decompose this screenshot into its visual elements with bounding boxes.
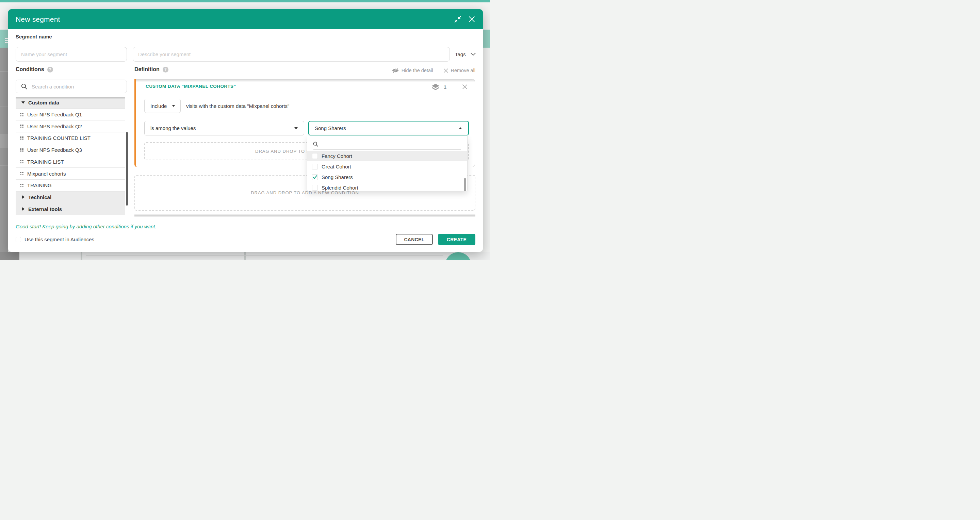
remove-condition-icon[interactable] (462, 84, 468, 89)
screen: { "colors": { "accent_teal": "#0a9c81", … (0, 0, 490, 260)
condition-group-custom-data[interactable]: Custom data (16, 97, 125, 109)
condition-item[interactable]: TRAINING COUNTED LIST (16, 132, 125, 144)
drag-handle-icon[interactable] (20, 137, 24, 140)
checkbox-unchecked-icon[interactable] (16, 237, 21, 242)
definition-heading: Definition (134, 66, 159, 73)
dropdown-scrollbar[interactable] (464, 178, 466, 191)
sidebar-divider (0, 165, 8, 166)
drag-handle-icon[interactable] (20, 113, 24, 116)
tags-label: Tags (455, 51, 466, 57)
caret-down-icon (294, 127, 298, 129)
dropdown-search-input[interactable] (322, 141, 459, 147)
condition-item[interactable]: User NPS Feedback Q1 (16, 109, 125, 121)
triangle-right-icon (21, 207, 25, 211)
dropdown-option[interactable]: Great Cohort (307, 161, 467, 172)
segment-description-input[interactable] (133, 47, 450, 62)
minimize-icon[interactable] (454, 16, 461, 23)
cancel-button[interactable]: CANCEL (396, 234, 433, 245)
drag-handle-icon[interactable] (20, 184, 24, 187)
condition-list: Custom data User NPS Feedback Q1 User NP… (16, 97, 125, 215)
layer-count: 1 (444, 84, 447, 90)
dropdown-search-box (313, 140, 459, 148)
conditions-heading-row: Conditions ? (16, 66, 53, 73)
checkbox-unchecked-icon[interactable] (312, 164, 318, 170)
page-sidebar (0, 48, 8, 260)
chevron-down-icon (471, 53, 476, 56)
condition-item[interactable]: Mixpanel cohorts (16, 168, 125, 180)
hide-detail-label[interactable]: Hide the detail (401, 68, 433, 73)
segment-name-input[interactable] (16, 47, 127, 62)
page-panel-line (86, 255, 443, 256)
page-sidebar-bottom (0, 252, 19, 260)
tags-dropdown[interactable]: Tags (455, 47, 476, 62)
drag-handle-icon[interactable] (20, 148, 24, 152)
remove-all-label[interactable]: Remove all (450, 68, 476, 73)
condition-group-external-tools[interactable]: External tools (16, 203, 125, 215)
triangle-down-icon (21, 102, 25, 104)
help-icon[interactable]: ? (47, 67, 53, 73)
close-icon[interactable] (468, 16, 476, 23)
condition-search-box (16, 80, 127, 93)
condition-card-title: CUSTOM DATA "MIXPANEL COHORTS" (146, 84, 236, 89)
values-select[interactable]: Song Sharers (308, 121, 469, 135)
condition-sentence: visits with the custom data "Mixpanel co… (186, 99, 289, 113)
dropdown-divider (313, 149, 461, 150)
operator-select[interactable]: is among the values (144, 121, 304, 135)
drag-handle-icon[interactable] (20, 172, 24, 175)
definition-heading-row: Definition ? (134, 66, 169, 73)
help-icon[interactable]: ? (163, 67, 169, 73)
page-panel-divider (81, 252, 82, 260)
definition-horizontal-scrollbar[interactable] (134, 214, 476, 216)
sidebar-selected-item (0, 134, 8, 148)
values-dropdown-panel: Fancy Cohort Great Cohort Song Sharers S… (307, 136, 468, 191)
search-icon (21, 83, 27, 90)
checkbox-checked-icon[interactable] (312, 174, 318, 180)
checkbox-unchecked-icon[interactable] (312, 153, 318, 159)
condition-search-input[interactable] (31, 83, 127, 90)
dropdown-option[interactable]: Splendid Cohort (307, 183, 467, 191)
condition-item[interactable]: User NPS Feedback Q2 (16, 121, 125, 132)
caret-up-icon (459, 127, 462, 129)
new-segment-modal: New segment Segment name Tags Conditions (8, 9, 483, 252)
conditions-heading: Conditions (16, 66, 44, 73)
modal-header: New segment (8, 9, 483, 29)
page-top-bar (0, 0, 490, 2)
page-panel-divider (244, 252, 246, 260)
condition-item[interactable]: User NPS Feedback Q3 (16, 144, 125, 156)
hide-detail-eye-icon[interactable] (392, 68, 399, 73)
audiences-label: Use this segment in Audiences (24, 237, 94, 242)
dropdown-option[interactable]: Fancy Cohort (307, 151, 467, 161)
hint-text: Good start! Keep going by adding other c… (16, 224, 156, 229)
search-icon (313, 141, 318, 147)
drag-handle-icon[interactable] (20, 160, 24, 163)
layers-icon (431, 83, 440, 90)
condition-list-scrollbar[interactable] (126, 132, 128, 205)
caret-down-icon (172, 105, 175, 107)
card-scroll-shadow (136, 79, 475, 82)
include-dropdown[interactable]: Include (144, 99, 181, 113)
condition-group-technical[interactable]: Technical (16, 192, 125, 204)
sidebar-divider (0, 107, 8, 107)
include-label: Include (150, 103, 167, 109)
create-button[interactable]: CREATE (438, 234, 476, 245)
modal-title: New segment (16, 9, 60, 29)
drag-handle-icon[interactable] (20, 124, 24, 128)
audiences-checkbox-row[interactable]: Use this segment in Audiences (16, 237, 94, 242)
condition-item[interactable]: TRAINING LIST (16, 156, 125, 168)
checkbox-unchecked-icon[interactable] (312, 185, 318, 191)
condition-item[interactable]: TRAINING (16, 180, 125, 192)
sidebar-divider (0, 71, 8, 72)
triangle-right-icon (21, 196, 25, 199)
remove-all-x-icon[interactable] (444, 68, 448, 73)
segment-name-label: Segment name (16, 34, 52, 40)
dropdown-option[interactable]: Song Sharers (307, 172, 467, 183)
